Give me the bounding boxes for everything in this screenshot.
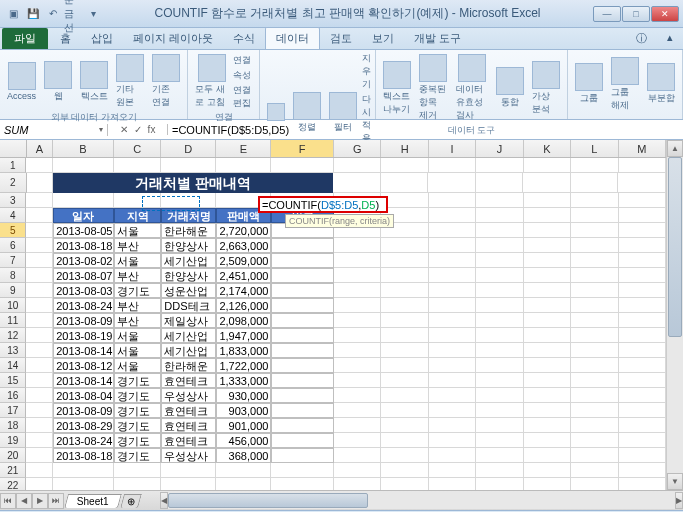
col-header[interactable]: A xyxy=(27,140,54,157)
cell[interactable] xyxy=(476,388,523,403)
cell[interactable] xyxy=(619,373,666,388)
cell[interactable] xyxy=(334,448,381,463)
cell[interactable] xyxy=(334,313,381,328)
remove-dup-button[interactable]: 중복된 항목 제거 xyxy=(416,52,451,124)
tab-nav-first-icon[interactable]: ⏮ xyxy=(0,493,16,509)
cell-region[interactable]: 경기도 xyxy=(114,448,161,463)
cell[interactable] xyxy=(381,343,428,358)
cell[interactable] xyxy=(619,193,666,208)
save-icon[interactable]: 💾 xyxy=(24,5,42,23)
cell[interactable] xyxy=(524,328,571,343)
qat-dropdown-icon[interactable]: ▾ xyxy=(84,5,102,23)
tab-view[interactable]: 보기 xyxy=(362,28,404,49)
cell-note[interactable] xyxy=(271,358,334,373)
cell[interactable] xyxy=(334,418,381,433)
cell[interactable] xyxy=(476,343,523,358)
cell[interactable] xyxy=(429,358,476,373)
cell[interactable] xyxy=(476,223,523,238)
cell[interactable] xyxy=(161,193,216,208)
cell[interactable] xyxy=(381,268,428,283)
cell-note[interactable] xyxy=(271,448,334,463)
row-header[interactable]: 9 xyxy=(0,283,26,298)
cell[interactable] xyxy=(161,463,216,478)
scroll-up-icon[interactable]: ▲ xyxy=(667,140,683,157)
cell[interactable] xyxy=(571,328,618,343)
cell[interactable] xyxy=(429,403,476,418)
cell-date[interactable]: 2013-08-18 xyxy=(53,448,114,463)
cell-region[interactable]: 서울 xyxy=(114,223,161,238)
table-header[interactable]: 일자 xyxy=(53,208,114,223)
cell[interactable] xyxy=(476,193,523,208)
cell[interactable] xyxy=(429,223,476,238)
cell-client[interactable]: 한양상사 xyxy=(161,268,216,283)
cell[interactable] xyxy=(334,298,381,313)
name-box[interactable]: SUM ▾ xyxy=(0,124,108,136)
cell[interactable] xyxy=(114,193,161,208)
cell-note[interactable] xyxy=(271,373,334,388)
cell-client[interactable]: 우성상사 xyxy=(161,388,216,403)
cell-client[interactable]: 효연테크 xyxy=(161,403,216,418)
cell[interactable] xyxy=(571,418,618,433)
row-header[interactable]: 4 xyxy=(0,208,26,223)
cell-client[interactable]: 한양상사 xyxy=(161,238,216,253)
row-header[interactable]: 12 xyxy=(0,328,26,343)
col-header[interactable]: C xyxy=(114,140,161,157)
cell[interactable] xyxy=(334,373,381,388)
cell[interactable] xyxy=(524,283,571,298)
cell-amount[interactable]: 2,451,000 xyxy=(216,268,271,283)
tab-home[interactable]: 홈 xyxy=(50,28,81,49)
cell[interactable] xyxy=(334,403,381,418)
cell[interactable] xyxy=(216,478,271,490)
cell[interactable] xyxy=(619,478,666,490)
new-sheet-icon[interactable]: ⊕ xyxy=(120,494,142,508)
ungroup-button[interactable]: 그룹 해제 xyxy=(608,55,642,114)
cell[interactable] xyxy=(619,448,666,463)
cell-client[interactable]: 효연테크 xyxy=(161,418,216,433)
cell[interactable] xyxy=(619,463,666,478)
cell-client[interactable]: 효연테크 xyxy=(161,433,216,448)
cell[interactable] xyxy=(334,283,381,298)
cell[interactable] xyxy=(524,358,571,373)
cell[interactable] xyxy=(524,478,571,490)
row-header[interactable]: 17 xyxy=(0,403,26,418)
cell[interactable] xyxy=(381,313,428,328)
cell-region[interactable]: 서울 xyxy=(114,328,161,343)
tab-nav-prev-icon[interactable]: ◀ xyxy=(16,493,32,509)
cell-client[interactable]: 세기산업 xyxy=(161,328,216,343)
cell-region[interactable]: 경기도 xyxy=(114,388,161,403)
cell[interactable] xyxy=(381,193,428,208)
cell[interactable] xyxy=(53,463,114,478)
cell[interactable] xyxy=(524,298,571,313)
cell[interactable] xyxy=(619,343,666,358)
cell-note[interactable] xyxy=(271,433,334,448)
tab-pagelayout[interactable]: 페이지 레이아웃 xyxy=(123,28,223,49)
row-header[interactable]: 13 xyxy=(0,343,26,358)
cell-date[interactable]: 2013-08-04 xyxy=(53,388,114,403)
from-access-button[interactable]: Access xyxy=(4,60,39,103)
table-header[interactable]: 거래처명 xyxy=(161,208,216,223)
cell-note[interactable] xyxy=(271,418,334,433)
cell[interactable] xyxy=(381,283,428,298)
cell[interactable] xyxy=(476,238,523,253)
cell[interactable] xyxy=(216,158,271,173)
sort-az-button[interactable] xyxy=(264,101,288,124)
cell[interactable] xyxy=(161,158,216,173)
reapply-button[interactable]: 다시 적용 xyxy=(362,93,371,145)
row-header[interactable]: 11 xyxy=(0,313,26,328)
cell[interactable] xyxy=(429,268,476,283)
cell[interactable] xyxy=(524,433,571,448)
cell[interactable] xyxy=(381,478,428,490)
cell-date[interactable]: 2013-08-19 xyxy=(53,328,114,343)
cell[interactable] xyxy=(476,418,523,433)
cell[interactable] xyxy=(619,433,666,448)
cell[interactable] xyxy=(476,328,523,343)
subtotal-button[interactable]: 부분합 xyxy=(644,61,678,107)
cell[interactable] xyxy=(429,158,476,173)
cell-date[interactable]: 2013-08-05 xyxy=(53,223,114,238)
cell[interactable] xyxy=(114,158,161,173)
tab-formulas[interactable]: 수식 xyxy=(223,28,265,49)
cell-amount[interactable]: 1,833,000 xyxy=(216,343,271,358)
cell[interactable] xyxy=(381,463,428,478)
cell-region[interactable]: 경기도 xyxy=(114,418,161,433)
clear-filter-button[interactable]: 지우기 xyxy=(362,52,371,91)
